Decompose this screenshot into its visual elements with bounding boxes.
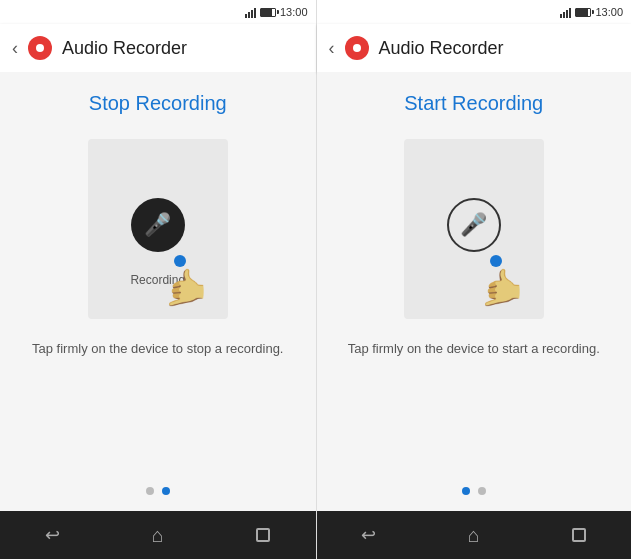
- recent-nav-right[interactable]: [559, 515, 599, 555]
- instruction-text-right: Tap firmly on the device to start a reco…: [344, 339, 604, 359]
- recent-nav-icon-right: [572, 528, 586, 542]
- bottom-nav-right: ↩ ⌂: [317, 511, 632, 559]
- recent-nav-left[interactable]: [243, 515, 283, 555]
- status-icons-right: 13:00: [560, 6, 623, 18]
- recording-label-right: Start Recording: [404, 92, 543, 115]
- signal-icon-right: [560, 6, 571, 18]
- mic-icon-inactive: 🎤: [460, 212, 487, 238]
- home-nav-icon-right: ⌂: [468, 524, 480, 547]
- main-content-right: Start Recording 🎤 🤙 Tap firmly on the de…: [317, 72, 632, 511]
- status-bar-right: 13:00: [317, 0, 632, 24]
- app-bar-left: ‹ Audio Recorder: [0, 24, 316, 72]
- recent-nav-icon-left: [256, 528, 270, 542]
- illustration-right[interactable]: 🎤 🤙: [404, 139, 544, 319]
- dot-left-1: [146, 487, 154, 495]
- status-time-left: 13:00: [280, 6, 308, 18]
- dots-left: [146, 471, 170, 511]
- mic-button-active[interactable]: 🎤: [131, 198, 185, 252]
- back-nav-icon-left: ↩: [45, 524, 60, 546]
- bottom-nav-left: ↩ ⌂: [0, 511, 316, 559]
- hand-cursor-right: 🤙: [479, 267, 524, 309]
- back-nav-icon-right: ↩: [361, 524, 376, 546]
- instruction-text-left: Tap firmly on the device to stop a recor…: [28, 339, 287, 359]
- start-recording-panel: 13:00 ‹ Audio Recorder Start Recording 🎤…: [316, 0, 632, 559]
- app-bar-right: ‹ Audio Recorder: [317, 24, 632, 72]
- recording-label-left: Stop Recording: [89, 92, 227, 115]
- touch-dot-left: [174, 255, 186, 267]
- main-content-left: Stop Recording 🎤 Recording 🤙 Tap firmly …: [0, 72, 316, 511]
- home-nav-right[interactable]: ⌂: [454, 515, 494, 555]
- dot-right-1: [462, 487, 470, 495]
- app-title-left: Audio Recorder: [62, 38, 187, 59]
- battery-icon: [260, 8, 276, 17]
- back-nav-right[interactable]: ↩: [349, 515, 389, 555]
- home-nav-left[interactable]: ⌂: [138, 515, 178, 555]
- signal-icon: [245, 6, 256, 18]
- app-title-right: Audio Recorder: [379, 38, 504, 59]
- battery-icon-right: [575, 8, 591, 17]
- mic-button-inactive[interactable]: 🎤: [447, 198, 501, 252]
- app-icon-left: [28, 36, 52, 60]
- status-icons-left: 13:00: [245, 6, 308, 18]
- back-button-right[interactable]: ‹: [329, 38, 335, 59]
- back-nav-left[interactable]: ↩: [33, 515, 73, 555]
- dot-right-2: [478, 487, 486, 495]
- status-bar-left: 13:00: [0, 0, 316, 24]
- hand-cursor-left: 🤙: [163, 267, 208, 309]
- illustration-left[interactable]: 🎤 Recording 🤙: [88, 139, 228, 319]
- mic-icon-active: 🎤: [144, 212, 171, 238]
- dots-right: [462, 471, 486, 511]
- home-nav-icon-left: ⌂: [152, 524, 164, 547]
- status-time-right: 13:00: [595, 6, 623, 18]
- dot-left-2: [162, 487, 170, 495]
- app-icon-right: [345, 36, 369, 60]
- stop-recording-panel: 13:00 ‹ Audio Recorder Stop Recording 🎤 …: [0, 0, 316, 559]
- touch-dot-right: [490, 255, 502, 267]
- back-button-left[interactable]: ‹: [12, 38, 18, 59]
